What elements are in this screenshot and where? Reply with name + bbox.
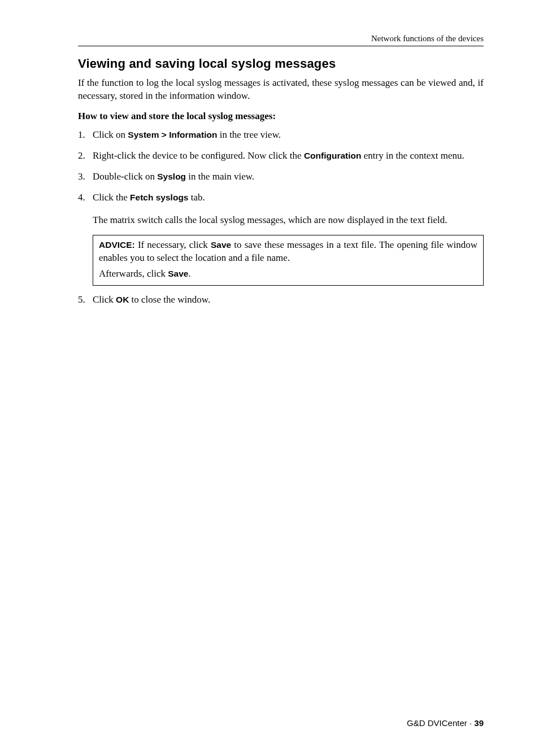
header-rule: [78, 46, 484, 46]
step-text: Right-click the device to be configured.…: [93, 150, 304, 161]
howto-heading: How to view and store the local syslog m…: [78, 111, 484, 122]
ui-fetch-syslogs: Fetch syslogs: [130, 193, 188, 202]
ui-ok: OK: [116, 295, 129, 304]
step-text: in the main view.: [186, 171, 254, 182]
step-text: in the tree view.: [217, 129, 281, 140]
steps-list-cont: Click OK to close the window.: [78, 294, 484, 307]
ui-configuration: Configuration: [304, 151, 362, 160]
footer-product: G&D DVICenter ·: [407, 718, 474, 728]
step-5: Click OK to close the window.: [78, 294, 484, 307]
step-text: Double-click on: [93, 171, 157, 182]
ui-save: Save: [168, 269, 188, 278]
section-title: Viewing and saving local syslog messages: [78, 56, 484, 71]
advice-label: ADVICE:: [99, 240, 135, 250]
advice-box: ADVICE: If necessary, click Save to save…: [93, 235, 484, 286]
advice-text: .: [188, 268, 190, 279]
step-4: Click the Fetch syslogs tab.: [78, 191, 484, 204]
step-1: Click on System > Information in the tre…: [78, 129, 484, 142]
step-4-result: The matrix switch calls the local syslog…: [93, 214, 484, 227]
step-text: to close the window.: [129, 294, 210, 305]
advice-text: Afterwards, click: [99, 268, 168, 279]
step-text: tab.: [188, 192, 205, 203]
step-text: Click the: [93, 192, 130, 203]
ui-system-information: System > Information: [128, 130, 217, 139]
running-head: Network functions of the devices: [78, 34, 484, 43]
page-footer: G&D DVICenter · 39: [407, 718, 484, 728]
ui-syslog: Syslog: [157, 172, 186, 181]
step-text: Click: [93, 294, 116, 305]
step-text: entry in the context menu.: [361, 150, 464, 161]
page-number: 39: [474, 718, 484, 728]
step-text: Click on: [93, 129, 128, 140]
advice-text: If necessary, click: [135, 239, 211, 250]
step-3: Double-click on Syslog in the main view.: [78, 171, 484, 183]
ui-save: Save: [211, 240, 231, 250]
steps-list: Click on System > Information in the tre…: [78, 129, 484, 204]
intro-paragraph: If the function to log the local syslog …: [78, 77, 484, 103]
step-2: Right-click the device to be configured.…: [78, 150, 484, 163]
